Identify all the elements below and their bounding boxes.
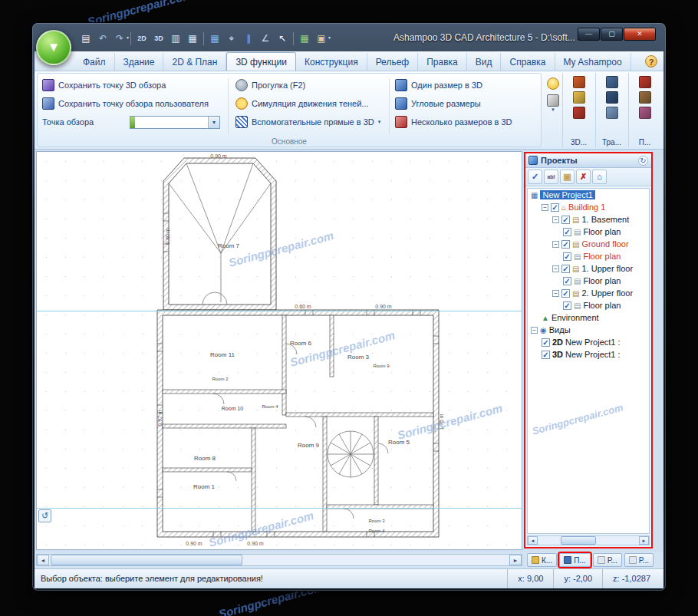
tree-item[interactable]: ▦New Project1 [528, 189, 649, 201]
scroll-thumb[interactable] [561, 536, 596, 545]
tree-checkbox[interactable]: ✓ [563, 277, 571, 285]
guide-line[interactable] [37, 311, 522, 311]
multiple-dimensions-3d-button[interactable]: Несколько размеров в 3D [395, 116, 512, 128]
viewpoint-combobox[interactable]: ▾ [130, 116, 220, 129]
panel-tab-4[interactable]: Р... [624, 553, 654, 567]
tree-checkbox[interactable]: ✓ [563, 301, 571, 310]
tree-item[interactable]: ✓▤Floor plan [528, 226, 649, 238]
shadow-simulation-button[interactable]: Симуляция движения теней... [235, 97, 369, 110]
scroll-left-icon[interactable]: ◄ [528, 536, 538, 545]
ribbon-collapsed-group-1[interactable]: 3D... [562, 73, 594, 147]
aux-lines-dropdown-icon[interactable]: ▾ [378, 119, 381, 125]
tree-checkbox[interactable]: ✓ [542, 338, 550, 347]
tree-item[interactable]: −✓▤1. Upper floor [528, 262, 649, 275]
ribbon-tab-1[interactable]: Файл [74, 53, 115, 71]
tree-item[interactable]: ✓2DNew Project1 : [528, 336, 649, 348]
panel-tab-3[interactable]: Р... [593, 553, 622, 567]
tree-item[interactable]: −✓▤2. Upper floor [528, 287, 649, 299]
undo-icon[interactable]: ↶ [94, 30, 111, 47]
tree-expander-icon[interactable]: − [552, 265, 559, 272]
panel-tab-2[interactable]: П... [559, 553, 591, 567]
tree-checkbox[interactable]: ✓ [563, 252, 571, 261]
tree-item[interactable]: −✓▤1. Basement [528, 213, 649, 226]
apply-icon[interactable]: ✓ [528, 170, 542, 184]
scroll-right-icon[interactable]: ► [509, 555, 522, 565]
tree-checkbox[interactable]: ✓ [561, 289, 570, 298]
columns-icon[interactable]: ∥ [240, 30, 257, 47]
ribbon-collapsed-group-2[interactable]: Тра... [595, 73, 627, 147]
close-button[interactable]: ✕ [624, 28, 656, 41]
projects-panel-header[interactable]: Проекты ↻ [525, 153, 651, 168]
help-icon[interactable]: ? [645, 55, 657, 68]
ribbon-tab-6[interactable]: Рельеф [367, 53, 419, 71]
ribbon-tab-7[interactable]: Правка [418, 53, 467, 71]
tree-expander-icon[interactable]: − [552, 216, 559, 223]
tree-item[interactable]: ✓▤Floor plan [528, 299, 649, 311]
grid-icon[interactable]: ▦ [206, 30, 223, 47]
delete-icon[interactable]: ✗ [576, 170, 591, 184]
tree-checkbox[interactable]: ✓ [563, 228, 571, 236]
tree-checkbox[interactable]: ✓ [561, 240, 570, 249]
scroll-right-icon[interactable]: ► [639, 536, 649, 545]
ribbon-tab-2[interactable]: Здание [115, 53, 164, 71]
ribbon-tab-5[interactable]: Конструкция [296, 53, 367, 71]
tree-checkbox[interactable]: ✓ [561, 265, 570, 273]
maximize-button[interactable]: ▢ [601, 28, 623, 41]
panel-tab-1[interactable]: К... [527, 553, 557, 567]
ribbon-tab-4[interactable]: 3D функции [226, 52, 296, 71]
redo-icon[interactable]: ↷▾ [111, 30, 128, 47]
ribbon-tab-9[interactable]: Справка [501, 53, 555, 71]
tree-expander-icon[interactable]: − [552, 290, 559, 297]
redo-icon-dropdown[interactable]: ▾ [127, 29, 129, 46]
ribbon-tab-8[interactable]: Вид [467, 53, 502, 71]
save-3d-viewpoint-button[interactable]: Сохранить точку 3D обзора [42, 79, 166, 91]
tree-checkbox[interactable]: ✓ [542, 351, 550, 359]
tree-expander-icon[interactable]: − [542, 204, 548, 211]
ribbon-collapsed-group-3[interactable]: П... [628, 73, 660, 147]
projects-hscrollbar[interactable]: ◄ ► [527, 535, 650, 545]
select-arrow-icon[interactable]: ↖ [274, 30, 291, 47]
misc-dropdown-icon[interactable]: ▾ [544, 107, 562, 113]
snap-icon[interactable]: ⌖ [223, 30, 240, 47]
walkthrough-button[interactable]: Прогулка (F2) [235, 79, 305, 91]
ribbon-tab-3[interactable]: 2D & План [163, 53, 226, 71]
aux-lines-3d-button[interactable]: Вспомогательные прямые в 3D ▾ [235, 116, 380, 128]
tree-item[interactable]: −◉Виды [528, 324, 649, 336]
tree-item[interactable]: ▲Environment [528, 311, 649, 324]
scroll-thumb[interactable] [51, 555, 242, 565]
shadow-box-icon[interactable] [547, 94, 559, 107]
tree-item[interactable]: −✓⌂Building 1 [528, 201, 649, 213]
layout-split-icon[interactable]: ▥ [167, 30, 184, 47]
view-2d-button[interactable]: 2D [133, 30, 150, 47]
angular-dimensions-button[interactable]: Угловые размеры [395, 97, 481, 110]
view-3d-button[interactable]: 3D [150, 30, 167, 47]
raster-icon[interactable]: ▦ [296, 30, 313, 47]
new-document-icon[interactable]: ▤ [77, 30, 94, 47]
tree-checkbox[interactable]: ✓ [551, 203, 559, 212]
tree-expander-icon[interactable]: − [552, 241, 559, 248]
label-icon[interactable]: abl [544, 170, 558, 184]
canvas-hscrollbar[interactable]: ◄ ► [36, 554, 522, 566]
viewpoint-combo-arrow-icon[interactable]: ▾ [208, 117, 219, 128]
tree-expander-icon[interactable]: − [531, 327, 538, 334]
tree-item[interactable]: ✓▤Floor plan [528, 275, 649, 287]
add-building-icon[interactable]: ⌂ [592, 170, 607, 184]
angle-guide-icon[interactable]: ∠ [257, 30, 274, 47]
refresh-icon[interactable]: ↻ [638, 156, 648, 166]
clipboard-icon[interactable]: ▣▾ [313, 30, 330, 47]
ribbon-tab-10[interactable]: My Ashampoo [555, 53, 631, 71]
view-rotate-icon[interactable]: ↺ [38, 509, 51, 522]
minimize-button[interactable]: — [578, 28, 600, 41]
tree-item[interactable]: ✓3DNew Project1 : [528, 348, 649, 361]
clipboard-icon-dropdown[interactable]: ▾ [328, 29, 331, 46]
single-dimension-3d-button[interactable]: Один размер в 3D [395, 79, 482, 91]
scroll-left-icon[interactable]: ◄ [37, 555, 49, 565]
save-user-viewpoint-button[interactable]: Сохранить точку обзора пользователя [42, 97, 209, 110]
titlebar[interactable]: ▼ ▤↶↷▾2D3D▥▦▦⌖∥∠↖▦▣▾ Ashampoo 3D CAD Arc… [35, 25, 663, 51]
tree-item[interactable]: −✓▤Ground floor [528, 238, 649, 250]
tree-checkbox[interactable]: ✓ [561, 216, 570, 224]
layout-grid-icon[interactable]: ▦ [184, 30, 201, 47]
lightbulb-icon[interactable] [547, 77, 559, 90]
tree-item[interactable]: ✓▤Floor plan [528, 250, 649, 262]
import-icon[interactable]: ▣ [560, 170, 575, 184]
